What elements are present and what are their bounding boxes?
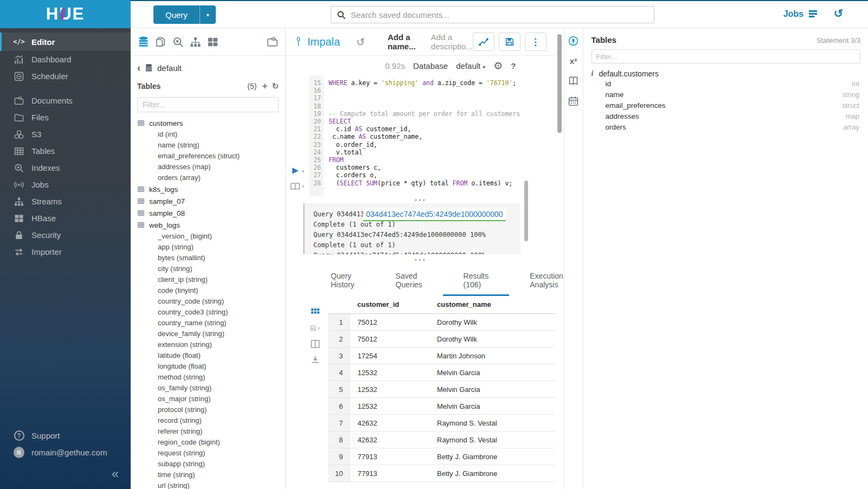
tree-column[interactable]: time (string) — [137, 469, 279, 480]
zoom-plus-icon[interactable] — [172, 36, 184, 48]
tree-column[interactable]: addresses (map) — [137, 162, 279, 172]
tree-column[interactable]: _version_ (bigint) — [137, 231, 279, 242]
column-row[interactable]: idint — [591, 78, 861, 89]
tree-column[interactable]: request (string) — [137, 448, 279, 459]
sidebar-item-dashboard[interactable]: Dashboard — [0, 51, 131, 68]
book-icon[interactable] — [568, 75, 579, 87]
refresh-icon[interactable]: ↻ — [272, 81, 279, 91]
tree-column[interactable]: country_name (string) — [137, 318, 279, 329]
column-header[interactable]: order_id — [549, 296, 555, 314]
tables-filter-input[interactable] — [137, 97, 279, 112]
code-editor[interactable]: 1516171819202122232425262728 WHERE a.key… — [286, 76, 555, 196]
query-dropdown-button[interactable]: ▾ — [200, 5, 216, 24]
sidebar-item-importer[interactable]: Importer — [0, 243, 131, 260]
tree-column[interactable]: client_ip (string) — [137, 274, 279, 285]
query-button[interactable]: Query — [153, 5, 200, 24]
tree-column[interactable]: longitude (float) — [137, 361, 279, 372]
tree-column[interactable]: email_preferences (struct) — [137, 151, 279, 162]
tree-column[interactable]: bytes (smallint) — [137, 253, 279, 263]
column-row[interactable]: ordersarray — [591, 121, 861, 132]
tree-column[interactable]: subapp (string) — [137, 459, 279, 469]
right-filter-input[interactable] — [591, 49, 861, 63]
sidebar-item-security[interactable]: Security — [0, 227, 131, 243]
tree-column[interactable]: code (tinyint) — [137, 285, 279, 296]
presentation-mode-toggle[interactable]: ▾ — [290, 182, 305, 191]
execute-options-caret[interactable]: ▾ — [302, 169, 305, 174]
column-header[interactable]: customer_name — [429, 296, 549, 314]
execute-play-button[interactable]: ▶ — [292, 166, 299, 174]
documents-copy-icon[interactable] — [155, 36, 167, 48]
database-name[interactable]: default — [157, 63, 182, 73]
query-description-field[interactable]: Add a descriptio... — [431, 33, 473, 51]
resize-handle[interactable]: ●●● — [286, 196, 555, 203]
tab-query-history[interactable]: Query History — [310, 265, 375, 296]
jobs-link[interactable]: Jobs — [783, 9, 818, 19]
tab-saved-queries[interactable]: Saved Queries — [375, 265, 443, 296]
tree-column[interactable]: protocol (string) — [137, 404, 279, 415]
tree-column[interactable]: os_major (string) — [137, 394, 279, 404]
sidebar-item-s3[interactable]: S3 — [0, 126, 131, 143]
tree-column[interactable]: country_code (string) — [137, 296, 279, 307]
tree-column[interactable]: country_code3 (string) — [137, 307, 279, 318]
tree-column[interactable]: extension (string) — [137, 339, 279, 350]
compass-icon[interactable] — [568, 35, 579, 47]
tree-column[interactable]: city (string) — [137, 263, 279, 274]
page-scrollbar[interactable] — [557, 34, 562, 133]
tree-table-sample_08[interactable]: sample_08 — [137, 207, 279, 219]
columns-view-icon[interactable] — [311, 339, 320, 349]
tree-column[interactable]: name (string) — [137, 140, 279, 151]
folder-open-icon[interactable] — [266, 36, 279, 48]
tree-column[interactable]: app (string) — [137, 242, 279, 253]
tree-column[interactable]: region_code (bigint) — [137, 437, 279, 448]
apps-grid-icon[interactable] — [207, 36, 219, 48]
sidebar-item-documents[interactable]: Documents — [0, 92, 131, 109]
query-name-field[interactable]: Add a name... — [388, 33, 417, 51]
history-icon[interactable]: ↺ — [833, 7, 843, 20]
active-table-row[interactable]: i default.customers — [591, 69, 861, 78]
sitemap-icon[interactable] — [189, 36, 202, 48]
collapse-sidebar-icon[interactable]: « — [112, 466, 119, 481]
tree-column[interactable]: url (string) — [137, 480, 279, 489]
download-icon[interactable] — [311, 355, 320, 364]
tree-column[interactable]: orders (array) — [137, 172, 279, 183]
query-id-link[interactable]: 034d413ec7474ed5:4249de1000000000 — [363, 208, 505, 221]
tab-execution-analysis[interactable]: Execution Analysis — [509, 265, 583, 296]
sidebar-item-editor[interactable]: </>Editor — [0, 33, 131, 51]
tree-table-web_logs[interactable]: web_logs — [137, 219, 279, 231]
sidebar-item-files[interactable]: Files — [0, 109, 131, 126]
sidebar-item-support[interactable]: ? Support — [0, 427, 131, 444]
column-row[interactable]: namestring — [591, 89, 861, 100]
sidebar-item-scheduler[interactable]: Scheduler — [0, 68, 131, 85]
tree-column[interactable]: os_family (string) — [137, 383, 279, 394]
tree-table-customers[interactable]: customers — [137, 117, 279, 129]
sql-code[interactable]: WHERE a.key = 'shipping' and a.zip_code … — [324, 76, 555, 196]
chart-button[interactable] — [473, 33, 494, 51]
tree-column[interactable]: method (string) — [137, 372, 279, 383]
info-icon[interactable]: i — [591, 69, 599, 78]
functions-icon[interactable]: x² — [568, 55, 579, 67]
tree-column[interactable]: referer (string) — [137, 426, 279, 437]
tree-column[interactable]: latitude (float) — [137, 350, 279, 361]
sidebar-item-streams[interactable]: Streams — [0, 193, 131, 210]
back-chevron-icon[interactable]: ‹ — [137, 62, 140, 74]
add-table-icon[interactable]: + — [262, 81, 267, 92]
tree-table-k8s_logs[interactable]: k8s_logs — [137, 183, 279, 195]
editor-scrollbar[interactable] — [524, 181, 528, 241]
resize-handle[interactable]: ●●● — [286, 254, 555, 265]
tree-column[interactable]: id (int) — [137, 129, 279, 140]
sidebar-item-tables[interactable]: Tables — [0, 143, 131, 159]
tree-table-sample_07[interactable]: sample_07 — [137, 195, 279, 207]
sidebar-item-indexes[interactable]: Indexes — [0, 159, 131, 176]
help-icon[interactable]: ? — [511, 61, 516, 70]
sidebar-item-hbase[interactable]: HBase — [0, 210, 131, 227]
tree-column[interactable]: device_family (string) — [137, 329, 279, 339]
sidebar-item-jobs[interactable]: Jobs — [0, 176, 131, 193]
logo-block[interactable]: HUE — [0, 0, 131, 28]
save-button[interactable] — [499, 33, 520, 51]
tab-results-106-[interactable]: Results (106) — [443, 265, 510, 296]
column-row[interactable]: addressesmap — [591, 111, 861, 121]
sidebar-item-user[interactable]: R romain@gethue.com — [0, 444, 131, 461]
column-header[interactable]: customer_id — [350, 296, 429, 314]
chart-view-icon[interactable]: ▾ — [311, 324, 320, 333]
column-row[interactable]: email_preferencesstruct — [591, 100, 861, 111]
